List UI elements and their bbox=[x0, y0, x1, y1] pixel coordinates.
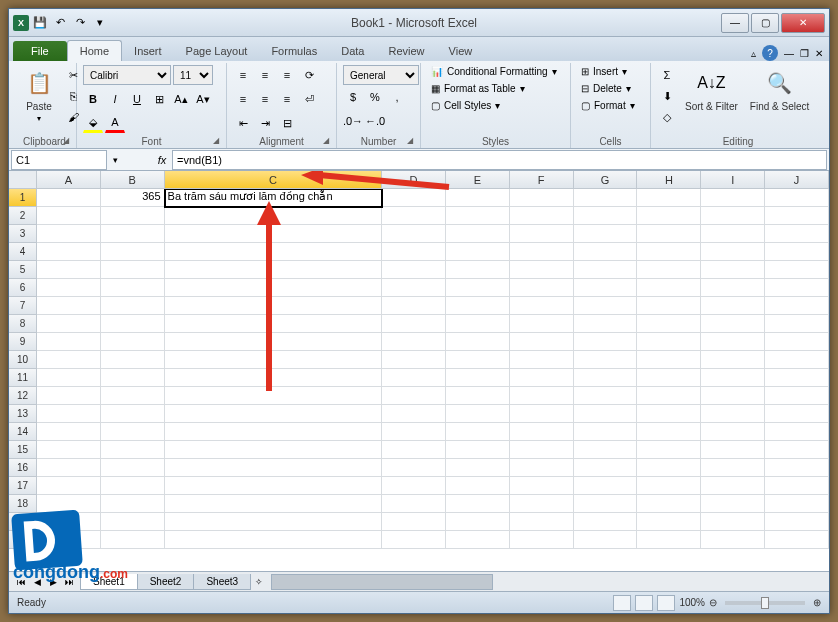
cell[interactable] bbox=[637, 333, 701, 351]
cell[interactable] bbox=[165, 225, 382, 243]
cell[interactable] bbox=[510, 477, 574, 495]
format-as-table-button[interactable]: ▦ Format as Table ▾ bbox=[427, 82, 529, 95]
cell[interactable] bbox=[446, 423, 510, 441]
cell[interactable] bbox=[637, 423, 701, 441]
cell[interactable] bbox=[382, 459, 446, 477]
cell[interactable] bbox=[101, 351, 165, 369]
cell[interactable] bbox=[574, 243, 638, 261]
cell[interactable] bbox=[37, 315, 101, 333]
cell[interactable] bbox=[510, 405, 574, 423]
cell[interactable] bbox=[510, 225, 574, 243]
cell[interactable] bbox=[37, 387, 101, 405]
sheet-nav-first-icon[interactable]: ⏮ bbox=[13, 574, 29, 590]
column-header[interactable]: C bbox=[165, 171, 382, 189]
cell[interactable] bbox=[101, 531, 165, 549]
page-layout-view-icon[interactable] bbox=[635, 595, 653, 611]
cell[interactable] bbox=[101, 405, 165, 423]
cell[interactable] bbox=[382, 207, 446, 225]
row-header[interactable]: 19 bbox=[9, 513, 37, 531]
cell[interactable] bbox=[101, 315, 165, 333]
mdi-minimize-icon[interactable]: — bbox=[784, 48, 794, 59]
cell[interactable] bbox=[510, 369, 574, 387]
cell[interactable] bbox=[637, 189, 701, 207]
cell[interactable] bbox=[637, 297, 701, 315]
font-launcher-icon[interactable]: ◢ bbox=[213, 136, 224, 147]
cell[interactable] bbox=[37, 333, 101, 351]
cell[interactable] bbox=[37, 279, 101, 297]
cell[interactable] bbox=[701, 531, 765, 549]
cell[interactable] bbox=[637, 459, 701, 477]
cell[interactable] bbox=[382, 405, 446, 423]
cell[interactable] bbox=[382, 261, 446, 279]
sheet-tab[interactable]: Sheet1 bbox=[80, 574, 138, 590]
cell[interactable] bbox=[165, 279, 382, 297]
minimize-button[interactable]: — bbox=[721, 13, 749, 33]
cell[interactable] bbox=[37, 243, 101, 261]
cell[interactable] bbox=[765, 441, 829, 459]
sheet-nav-prev-icon[interactable]: ◀ bbox=[29, 574, 45, 590]
cell[interactable] bbox=[574, 405, 638, 423]
cell[interactable] bbox=[765, 495, 829, 513]
maximize-button[interactable]: ▢ bbox=[751, 13, 779, 33]
cell[interactable] bbox=[101, 297, 165, 315]
cell[interactable] bbox=[510, 351, 574, 369]
cell[interactable] bbox=[165, 459, 382, 477]
cell[interactable] bbox=[165, 315, 382, 333]
tab-formulas[interactable]: Formulas bbox=[259, 41, 329, 61]
cell[interactable] bbox=[37, 405, 101, 423]
column-header[interactable]: F bbox=[510, 171, 574, 189]
cell[interactable] bbox=[510, 441, 574, 459]
align-top-icon[interactable]: ≡ bbox=[233, 65, 253, 85]
bold-button[interactable]: B bbox=[83, 89, 103, 109]
increase-decimal-icon[interactable]: .0→ bbox=[343, 111, 363, 131]
cell[interactable] bbox=[765, 351, 829, 369]
cell[interactable] bbox=[37, 477, 101, 495]
excel-app-icon[interactable]: X bbox=[13, 15, 29, 31]
cell[interactable] bbox=[574, 351, 638, 369]
normal-view-icon[interactable] bbox=[613, 595, 631, 611]
save-icon[interactable]: 💾 bbox=[31, 14, 49, 32]
zoom-in-icon[interactable]: ⊕ bbox=[813, 597, 821, 608]
cell[interactable] bbox=[101, 495, 165, 513]
find-select-button[interactable]: 🔍 Find & Select bbox=[746, 65, 813, 114]
insert-cells-button[interactable]: ⊞ Insert ▾ bbox=[577, 65, 631, 78]
cell[interactable] bbox=[165, 441, 382, 459]
cell[interactable] bbox=[701, 315, 765, 333]
align-right-icon[interactable]: ≡ bbox=[277, 89, 297, 109]
cell[interactable] bbox=[574, 333, 638, 351]
cell[interactable] bbox=[446, 459, 510, 477]
cell[interactable] bbox=[574, 207, 638, 225]
tab-home[interactable]: Home bbox=[67, 40, 122, 61]
cell[interactable] bbox=[165, 351, 382, 369]
cell[interactable] bbox=[101, 243, 165, 261]
name-box-dropdown-icon[interactable]: ▾ bbox=[109, 155, 122, 165]
cell[interactable] bbox=[382, 315, 446, 333]
cell[interactable] bbox=[446, 405, 510, 423]
row-header[interactable]: 5 bbox=[9, 261, 37, 279]
cell[interactable] bbox=[446, 297, 510, 315]
clipboard-launcher-icon[interactable]: ◢ bbox=[63, 136, 74, 147]
tab-review[interactable]: Review bbox=[376, 41, 436, 61]
name-box[interactable]: C1 bbox=[11, 150, 107, 170]
cell[interactable] bbox=[637, 279, 701, 297]
cell[interactable] bbox=[382, 279, 446, 297]
cell[interactable] bbox=[165, 297, 382, 315]
row-header[interactable]: 1 bbox=[9, 189, 37, 207]
increase-indent-icon[interactable]: ⇥ bbox=[255, 113, 275, 133]
cell[interactable] bbox=[446, 495, 510, 513]
horizontal-scrollbar[interactable] bbox=[271, 574, 825, 590]
cell[interactable] bbox=[765, 459, 829, 477]
cell[interactable] bbox=[165, 513, 382, 531]
row-header[interactable]: 4 bbox=[9, 243, 37, 261]
row-header[interactable]: 11 bbox=[9, 369, 37, 387]
cell[interactable] bbox=[446, 513, 510, 531]
column-header[interactable]: A bbox=[37, 171, 101, 189]
cell[interactable] bbox=[446, 387, 510, 405]
cell[interactable] bbox=[165, 261, 382, 279]
cell[interactable] bbox=[37, 225, 101, 243]
cell[interactable] bbox=[165, 423, 382, 441]
cell[interactable] bbox=[446, 333, 510, 351]
cell[interactable] bbox=[701, 369, 765, 387]
cell[interactable] bbox=[574, 387, 638, 405]
cell[interactable] bbox=[37, 531, 101, 549]
